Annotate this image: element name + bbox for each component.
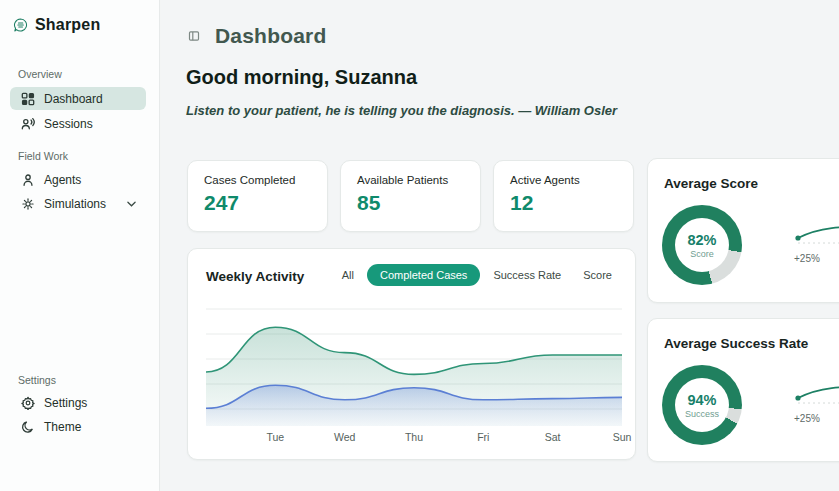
stat-label: Active Agents (510, 174, 617, 186)
x-axis-tick: Sun (613, 431, 632, 443)
sidebar-item-simulations[interactable]: Simulations (10, 192, 146, 215)
sidebar-item-label: Dashboard (44, 92, 103, 106)
app-name: Sharpen (35, 16, 100, 34)
settings-gear-icon (20, 396, 35, 410)
success-delta: +25% (794, 413, 820, 424)
sidebar-item-label: Simulations (44, 197, 106, 211)
score-center-label: Score (690, 249, 714, 259)
page-title: Dashboard (215, 24, 327, 48)
x-axis-tick: Fri (477, 431, 489, 443)
sidebar-item-sessions[interactable]: Sessions (10, 112, 146, 135)
x-axis-tick: Wed (334, 431, 355, 443)
tab-success-rate[interactable]: Success Rate (484, 264, 570, 286)
stat-value: 85 (357, 191, 464, 215)
main-content: Dashboard Good morning, Suzanna Listen t… (161, 0, 839, 491)
chart-title: Weekly Activity (206, 269, 304, 284)
donut-center: 82% Score (675, 218, 729, 272)
success-percent: 94% (687, 392, 716, 408)
x-axis-tick: Thu (405, 431, 423, 443)
score-trend: +25% (792, 221, 839, 267)
stat-value: 247 (204, 191, 311, 215)
simulations-icon (20, 197, 35, 211)
sidebar-section-field-work: Field Work (18, 150, 68, 162)
sidebar-item-label: Sessions (44, 117, 93, 131)
agents-icon (20, 173, 35, 187)
logo-icon (13, 12, 28, 38)
quote-text: Listen to your patient, he is telling yo… (186, 103, 617, 118)
x-axis-tick: Tue (266, 431, 284, 443)
page-header: Dashboard (188, 24, 327, 48)
theme-moon-icon (20, 420, 35, 434)
sidebar-item-settings[interactable]: Settings (10, 391, 146, 414)
sidebar-item-theme[interactable]: Theme (10, 415, 146, 438)
trend-sparkline-icon (792, 221, 839, 251)
average-success-rate-card: Average Success Rate 94% Success +25% (647, 318, 839, 462)
score-donut-chart: 82% Score (662, 205, 742, 285)
chevron-down-icon[interactable] (127, 201, 136, 207)
weekly-activity-chart[interactable] (206, 301, 622, 426)
score-percent: 82% (687, 232, 716, 248)
sidebar-item-label: Settings (44, 396, 87, 410)
sidebar-item-dashboard[interactable]: Dashboard (10, 87, 146, 110)
metric-title: Average Score (664, 176, 758, 191)
donut-center: 94% Success (675, 378, 729, 432)
metrics-column: Average Score 82% Score +25% (647, 158, 839, 477)
dashboard-grid-icon (20, 92, 35, 106)
x-axis-tick: Sat (545, 431, 561, 443)
panel-toggle-icon[interactable] (188, 30, 200, 42)
app-window: Sharpen Overview Dashboard (0, 0, 839, 491)
success-center-label: Success (685, 409, 719, 419)
sidebar-section-settings: Settings (18, 374, 56, 386)
x-axis-labels: TueWedThuFriSatSun (206, 431, 622, 445)
average-score-card: Average Score 82% Score +25% (647, 158, 839, 303)
tab-all[interactable]: All (333, 264, 363, 286)
stat-card-active-agents: Active Agents 12 (493, 160, 634, 232)
stat-label: Available Patients (357, 174, 464, 186)
stat-card-cases-completed: Cases Completed 247 (187, 160, 328, 232)
tab-completed-cases[interactable]: Completed Cases (367, 264, 480, 286)
stat-label: Cases Completed (204, 174, 311, 186)
stat-value: 12 (510, 191, 617, 215)
success-donut-chart: 94% Success (662, 365, 742, 445)
greeting-text: Good morning, Suzanna (186, 66, 417, 89)
tab-score[interactable]: Score (574, 264, 621, 286)
stat-card-available-patients: Available Patients 85 (340, 160, 481, 232)
sidebar: Sharpen Overview Dashboard (0, 0, 160, 491)
sidebar-item-label: Agents (44, 173, 81, 187)
metric-title: Average Success Rate (664, 336, 808, 351)
score-delta: +25% (794, 253, 820, 264)
weekly-activity-card: Weekly Activity All Completed Cases Succ… (187, 248, 636, 460)
sidebar-section-overview: Overview (18, 68, 62, 80)
chart-filter-tabs: All Completed Cases Success Rate Score (333, 264, 621, 286)
app-logo[interactable]: Sharpen (13, 12, 100, 38)
sidebar-item-label: Theme (44, 420, 81, 434)
stats-row: Cases Completed 247 Available Patients 8… (187, 160, 634, 232)
trend-sparkline-icon (792, 381, 839, 411)
sessions-icon (20, 117, 35, 131)
success-trend: +25% (792, 381, 839, 427)
sidebar-item-agents[interactable]: Agents (10, 168, 146, 191)
